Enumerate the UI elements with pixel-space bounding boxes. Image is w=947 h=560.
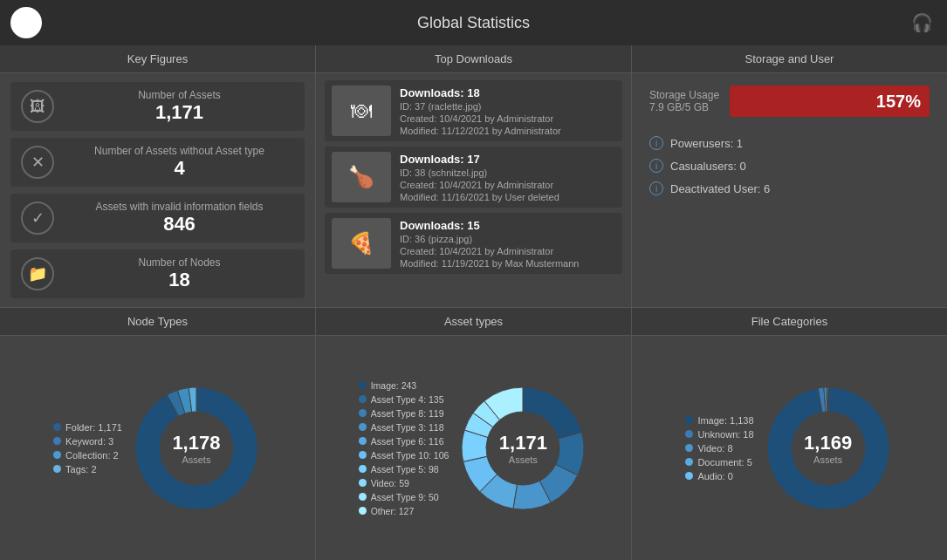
assets-text: Number of Assets 1,171 <box>65 89 294 124</box>
storage-percentage: 157% <box>876 92 921 112</box>
info-icon-0: i <box>649 136 663 150</box>
user-stat-2: i Deactivated User: 6 <box>649 181 930 195</box>
node-legend-dot-2 <box>53 451 61 459</box>
asset-legend-label-4: Asset Type 6: 116 <box>371 436 444 447</box>
td-img-2: 🍕 <box>332 218 391 269</box>
asset-legend-8: Asset Type 9: 50 <box>359 492 449 502</box>
asset-legend-1: Asset Type 4: 135 <box>359 394 449 405</box>
storage-bar-fill: 157% <box>730 85 930 117</box>
user-stats: i Powerusers: 1 i Casualusers: 0 i Deact… <box>649 136 930 195</box>
kf-card-nodes: 📁 Number of Nodes 18 <box>10 249 305 298</box>
node-legend-dot-1 <box>53 437 61 445</box>
td-created-0: Created: 10/4/2021 by Administrator <box>400 113 561 124</box>
asset-legend-dot-3 <box>359 423 367 431</box>
top-downloads-title: Top Downloads <box>316 45 631 73</box>
storage-label: Storage Usage7.9 GB/5 GB <box>649 89 719 113</box>
td-card-2: 🍕 Downloads: 15 ID: 36 (pizza.jpg) Creat… <box>325 213 622 274</box>
asset-types-center: 1,171 Assets <box>499 432 547 465</box>
asset-legend-label-7: Video: 59 <box>371 478 409 488</box>
td-id-0: ID: 37 (raclette.jpg) <box>400 101 561 112</box>
fc-legend-label-4: Audio: 0 <box>697 471 732 481</box>
invalid-fields-text: Assets with invalid information fields 8… <box>65 201 294 236</box>
td-info-2: Downloads: 15 ID: 36 (pizza.jpg) Created… <box>400 219 579 269</box>
node-legend-dot-3 <box>53 465 61 473</box>
storage-bar-bg: 157% <box>730 85 930 117</box>
td-created-2: Created: 10/4/2021 by Administrator <box>400 246 579 256</box>
asset-types-panel: Asset types Image: 243Asset Type 4: 135A… <box>316 308 631 560</box>
td-card-0: 🍽 Downloads: 18 ID: 37 (raclette.jpg) Cr… <box>325 80 622 141</box>
asset-legend-2: Asset Type 8: 119 <box>359 408 449 419</box>
td-modified-0: Modified: 11/12/2021 by Administrator <box>400 126 561 136</box>
asset-legend-dot-7 <box>359 479 367 487</box>
fc-legend-3: Document: 5 <box>685 457 753 468</box>
file-categories-panel: File Categories Image: 1,138Unknown: 18V… <box>632 308 947 560</box>
kf-card-assets-no-type: ✕ Number of Assets without Asset type 4 <box>10 138 305 187</box>
kf-card-assets: 🖼 Number of Assets 1,171 <box>10 82 305 131</box>
asset-types-legend: Image: 243Asset Type 4: 135Asset Type 8:… <box>359 380 449 516</box>
fc-legend-label-3: Document: 5 <box>697 457 751 468</box>
logo[interactable] <box>10 7 42 38</box>
td-downloads-0: Downloads: 18 <box>400 86 561 99</box>
fc-legend-dot-1 <box>685 430 693 438</box>
td-modified-1: Modified: 11/16/2021 by User deleted <box>400 192 559 202</box>
td-img-0: 🍽 <box>332 85 391 136</box>
user-stat-label-1: Casualusers: 0 <box>670 160 746 173</box>
nodes-label: Number of Nodes <box>138 256 220 269</box>
asset-types-donut: 1,171 Assets <box>457 383 588 514</box>
file-categories-donut: 1,169 Assets <box>763 383 894 514</box>
asset-legend-0: Image: 243 <box>359 380 449 391</box>
storage-bar-wrap: 157% <box>730 85 930 117</box>
td-card-1: 🍗 Downloads: 17 ID: 38 (schnitzel.jpg) C… <box>325 147 622 208</box>
assets-no-type-value: 4 <box>174 157 184 180</box>
asset-legend-dot-8 <box>359 493 367 501</box>
asset-legend-label-3: Asset Type 3: 118 <box>371 422 444 433</box>
fc-legend-2: Video: 8 <box>685 443 753 454</box>
node-legend-2: Collection: 2 <box>53 450 122 461</box>
td-info-1: Downloads: 17 ID: 38 (schnitzel.jpg) Cre… <box>400 153 559 202</box>
headphones-icon[interactable]: 🎧 <box>911 12 933 33</box>
assets-value: 1,171 <box>155 101 203 124</box>
info-icon-1: i <box>649 159 663 173</box>
fc-legend-1: Unknown: 18 <box>685 429 753 440</box>
file-categories-center: 1,169 Assets <box>804 432 852 465</box>
td-downloads-1: Downloads: 17 <box>400 153 559 166</box>
user-stat-label-0: Powerusers: 1 <box>670 137 743 150</box>
file-categories-legend: Image: 1,138Unknown: 18Video: 8Document:… <box>685 415 753 481</box>
storage-bar-area: Storage Usage7.9 GB/5 GB 157% <box>649 85 930 117</box>
invalid-fields-label: Assets with invalid information fields <box>95 201 263 213</box>
file-categories-content: Image: 1,138Unknown: 18Video: 8Document:… <box>632 336 947 560</box>
asset-types-title: Asset types <box>316 308 631 336</box>
td-info-0: Downloads: 18 ID: 37 (raclette.jpg) Crea… <box>400 86 561 136</box>
node-types-panel: Node Types Folder: 1,171Keyword: 3Collec… <box>0 308 315 560</box>
fc-legend-dot-0 <box>685 416 693 424</box>
td-modified-2: Modified: 11/19/2021 by Max Mustermann <box>400 258 579 269</box>
node-legend-1: Keyword: 3 <box>53 436 122 447</box>
asset-legend-3: Asset Type 3: 118 <box>359 422 449 433</box>
node-legend-label-1: Keyword: 3 <box>65 436 113 447</box>
key-figures-panel: Key Figures 🖼 Number of Assets 1,171 ✕ N… <box>0 45 315 307</box>
asset-legend-label-6: Asset Type 5: 98 <box>371 464 439 475</box>
node-types-title: Node Types <box>0 308 315 336</box>
node-types-value: 1,178 <box>172 432 220 454</box>
assets-no-type-label: Number of Assets without Asset type <box>94 145 264 157</box>
user-stat-label-2: Deactivated User: 6 <box>670 182 770 195</box>
asset-legend-dot-2 <box>359 409 367 417</box>
assets-icon: 🖼 <box>21 90 54 123</box>
node-types-content: Folder: 1,171Keyword: 3Collection: 2Tags… <box>0 336 315 560</box>
fc-legend-dot-3 <box>685 458 693 466</box>
user-stat-0: i Powerusers: 1 <box>649 136 930 150</box>
node-types-legend: Folder: 1,171Keyword: 3Collection: 2Tags… <box>53 422 122 475</box>
asset-legend-label-2: Asset Type 8: 119 <box>371 408 444 419</box>
asset-legend-dot-4 <box>359 437 367 445</box>
asset-legend-dot-6 <box>359 465 367 473</box>
asset-types-value: 1,171 <box>499 432 547 454</box>
asset-types-content: Image: 243Asset Type 4: 135Asset Type 8:… <box>316 336 631 560</box>
fc-legend-dot-4 <box>685 472 693 480</box>
fc-legend-4: Audio: 0 <box>685 471 753 481</box>
top-downloads-content: 🍽 Downloads: 18 ID: 37 (raclette.jpg) Cr… <box>316 73 631 307</box>
asset-legend-label-0: Image: 243 <box>371 380 417 391</box>
asset-legend-5: Asset Type 10: 106 <box>359 450 449 461</box>
assets-label: Number of Assets <box>138 89 221 101</box>
asset-legend-dot-0 <box>359 381 367 389</box>
td-created-1: Created: 10/4/2021 by Administrator <box>400 180 559 190</box>
